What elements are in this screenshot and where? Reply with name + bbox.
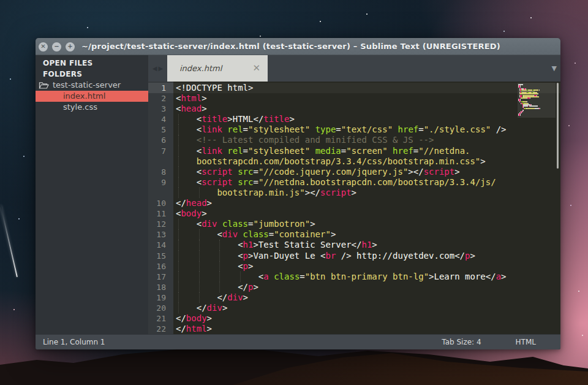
line-number: 11 [148, 208, 173, 219]
code-row: <body> [148, 208, 560, 219]
sidebar: OPEN FILES FOLDERS test-static-server in… [36, 55, 148, 334]
line-number: 10 [148, 198, 173, 208]
line-number: 19 [148, 292, 173, 303]
code-row: <a class="btn btn-primary btn-lg">Learn … [148, 272, 560, 282]
code-row: </p> [148, 282, 560, 292]
line-number-gutter: 12345678910111213141516171819202122 [148, 82, 173, 334]
vertical-scrollbar[interactable] [557, 83, 559, 169]
window-controls: ✕ − + [39, 38, 75, 55]
tab-scroll-left-icon[interactable]: ◀ [153, 65, 157, 72]
line-number: 16 [148, 261, 173, 272]
minimize-window-button[interactable]: − [52, 42, 61, 51]
code-lines: <!DOCTYPE html><html><head> <title>HTML<… [148, 82, 560, 334]
code-row: </head> [148, 198, 560, 208]
code-row: <!DOCTYPE html> [148, 83, 560, 93]
code-row: <link rel="stylesheet" type="text/css" h… [148, 124, 560, 135]
tab-index-html[interactable]: index.html ✕ [167, 55, 268, 82]
code-editor[interactable]: <!DOCTYPE html><html><head> <title>HTML<… [148, 82, 560, 334]
code-row: </div> [148, 303, 560, 313]
close-window-button[interactable]: ✕ [39, 42, 48, 51]
tab-size-selector[interactable]: Tab Size: 4 [442, 338, 481, 346]
maximize-window-button[interactable]: + [66, 42, 75, 51]
file-name-label: style.css [63, 102, 97, 113]
open-folder-icon [39, 82, 49, 90]
open-files-heading[interactable]: OPEN FILES [36, 58, 148, 69]
line-number: 7 [148, 146, 173, 156]
line-number: 18 [148, 282, 173, 292]
line-number: 22 [148, 324, 173, 334]
window-body: OPEN FILES FOLDERS test-static-server in… [36, 55, 560, 334]
line-number: 5 [148, 124, 173, 135]
file-name-label: index.html [63, 91, 105, 102]
code-row: <div class="container"> [148, 229, 560, 240]
code-row: </body> [148, 313, 560, 324]
window-titlebar[interactable]: ✕ − + ~/project/test-static-server/index… [36, 38, 560, 55]
status-right-group: Tab Size: 4 HTML [442, 338, 560, 346]
code-row: <div class="jumbotron"> [148, 219, 560, 229]
window-title: ~/project/test-static-server/index.html … [36, 42, 500, 51]
line-number: 14 [148, 240, 173, 250]
folder-name-label: test-static-server [53, 80, 121, 91]
code-row: <p>Van-Duyet Le <br /> http://duyetdev.c… [148, 251, 560, 261]
line-number: 6 [148, 135, 173, 145]
tab-scroll-right-icon[interactable]: ▶ [159, 65, 164, 72]
line-number: 21 [148, 313, 173, 324]
tab-overflow-dropdown-icon[interactable]: ▼ [552, 55, 557, 82]
line-number: 9 [148, 177, 173, 188]
tab-scroll-arrows: ◀ ▶ [148, 55, 167, 82]
line-number: 8 [148, 167, 173, 177]
syntax-selector[interactable]: HTML [516, 338, 536, 346]
line-number: 15 [148, 251, 173, 261]
line-number: 12 [148, 219, 173, 229]
line-number [148, 156, 173, 167]
folders-heading[interactable]: FOLDERS [36, 69, 148, 80]
sidebar-file-style-css[interactable]: style.css [36, 102, 148, 113]
code-row: <!-- Latest compiled and minified CSS & … [148, 135, 560, 145]
code-row: <p> [148, 261, 560, 272]
code-row: <h1>Test Static Server</h1> [148, 240, 560, 250]
sidebar-folder-test-static-server[interactable]: test-static-server [36, 80, 148, 91]
line-number: 1 [148, 83, 173, 93]
code-row: <script src="//netdna.bootstrapcdn.com/b… [148, 177, 560, 188]
sublime-text-window: ✕ − + ~/project/test-static-server/index… [36, 38, 560, 349]
tab-bar: ◀ ▶ index.html ✕ ▼ [148, 55, 560, 82]
tab-label: index.html [179, 64, 252, 73]
code-row: <head> [148, 104, 560, 114]
sidebar-file-index-html[interactable]: index.html [36, 91, 148, 102]
line-number: 4 [148, 114, 173, 124]
editor-column: ◀ ▶ index.html ✕ ▼ <!DOCTYPE html><html>… [148, 55, 560, 334]
bright-stars [0, 4, 1, 5]
line-number [148, 188, 173, 198]
code-row: <script src="//code.jquery.com/jquery.js… [148, 167, 560, 177]
cursor-position-label: Line 1, Column 1 [36, 338, 105, 346]
code-row: <html> [148, 93, 560, 104]
code-row: <link rel="stylesheet" media="screen" hr… [148, 146, 560, 156]
status-bar: Line 1, Column 1 Tab Size: 4 HTML [36, 334, 560, 349]
code-row: <title>HTML</title> [148, 114, 560, 124]
line-number: 20 [148, 303, 173, 313]
line-number: 17 [148, 272, 173, 282]
line-number: 2 [148, 93, 173, 104]
line-number: 13 [148, 229, 173, 240]
code-row: bootstrapcdn.com/bootstrap/3.3.4/css/boo… [148, 156, 560, 167]
code-row: </html> [148, 324, 560, 334]
minimap[interactable] [518, 83, 556, 118]
code-row: </div> [148, 292, 560, 303]
line-number: 3 [148, 104, 173, 114]
desktop: ✕ − + ~/project/test-static-server/index… [0, 0, 588, 385]
code-row: bootstrap.min.js"></script> [148, 188, 560, 198]
tab-close-icon[interactable]: ✕ [252, 64, 260, 73]
